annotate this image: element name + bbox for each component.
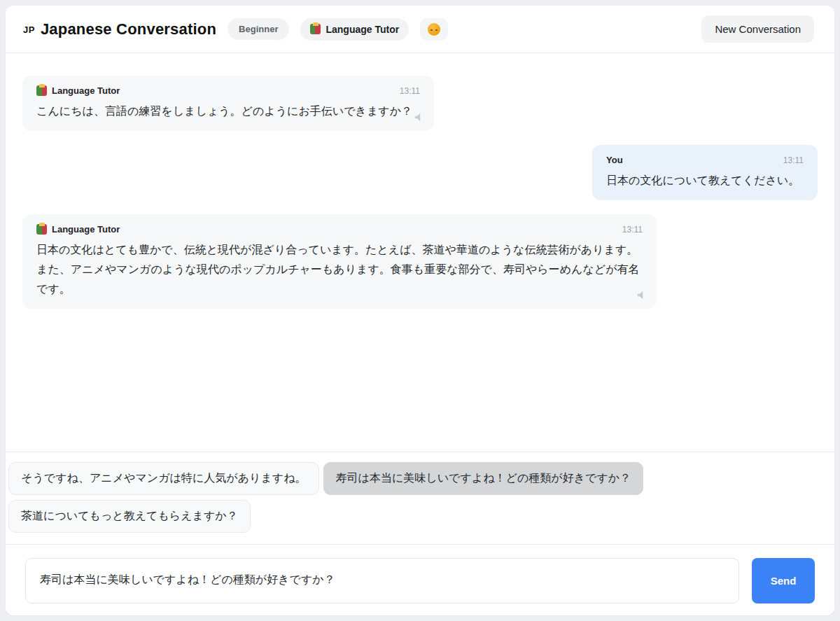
message-bubble-assistant: Language Tutor 13:11 こんにちは、言語の練習をしましょう。ど… bbox=[22, 76, 434, 131]
sender-name: Language Tutor bbox=[52, 224, 120, 235]
chat-area: Language Tutor 13:11 こんにちは、言語の練習をしましょう。ど… bbox=[6, 53, 834, 452]
message-text: こんにちは、言語の練習をしましょう。どのようにお手伝いできますか？ bbox=[36, 102, 420, 121]
message-bubble-assistant: Language Tutor 13:11 日本の文化はとても豊かで、伝統と現代が… bbox=[22, 214, 657, 309]
message-input[interactable]: 寿司は本当に美味しいですよね！どの種類が好きですか？ bbox=[25, 558, 739, 603]
message-time: 13:11 bbox=[783, 155, 804, 165]
suggestion-chip[interactable]: 茶道についてもっと教えてもらえますか？ bbox=[8, 500, 251, 533]
level-badge: Beginner bbox=[227, 18, 289, 40]
persona-badge-label: Language Tutor bbox=[326, 24, 399, 35]
japanese-dolls-emoji-icon bbox=[36, 85, 47, 96]
sender-name: Language Tutor bbox=[52, 85, 120, 96]
message-text: 日本の文化はとても豊かで、伝統と現代が混ざり合っています。たとえば、茶道や華道の… bbox=[36, 240, 643, 299]
title-group: JP Japanese Conversation bbox=[23, 20, 216, 39]
message-header: You 13:11 bbox=[606, 155, 804, 165]
message-header: Language Tutor 13:11 bbox=[36, 224, 643, 235]
message-header: Language Tutor 13:11 bbox=[36, 85, 420, 96]
message-time: 13:11 bbox=[622, 225, 643, 235]
app-card: JP Japanese Conversation Beginner Langua… bbox=[6, 6, 834, 615]
page-title: Japanese Conversation bbox=[41, 20, 216, 39]
message-time: 13:11 bbox=[400, 86, 420, 96]
persona-badge: Language Tutor bbox=[300, 18, 409, 41]
japanese-dolls-emoji-icon bbox=[36, 224, 47, 235]
suggestions-bar: そうですね、アニメやマンガは特に人気がありますね。 寿司は本当に美味しいですよね… bbox=[6, 452, 834, 544]
mood-emoji-button[interactable] bbox=[420, 18, 448, 41]
suggestion-chip[interactable]: そうですね、アニメやマンガは特に人気がありますね。 bbox=[8, 462, 319, 495]
message-bubble-user: You 13:11 日本の文化について教えてください。 bbox=[592, 145, 818, 200]
composer: 寿司は本当に美味しいですよね！どの種類が好きですか？ Send bbox=[6, 544, 834, 615]
send-button[interactable]: Send bbox=[752, 558, 815, 603]
japanese-dolls-emoji-icon bbox=[310, 24, 321, 34]
header: JP Japanese Conversation Beginner Langua… bbox=[6, 6, 834, 53]
sender-name: You bbox=[606, 155, 623, 165]
person-bowing-emoji-icon bbox=[428, 23, 440, 36]
speaker-icon[interactable] bbox=[636, 289, 648, 301]
new-conversation-button[interactable]: New Conversation bbox=[701, 15, 814, 43]
message-text: 日本の文化について教えてください。 bbox=[606, 171, 804, 190]
suggestion-chip-selected[interactable]: 寿司は本当に美味しいですよね！どの種類が好きですか？ bbox=[323, 462, 644, 495]
japan-flag-icon: JP bbox=[23, 25, 35, 35]
speaker-icon[interactable] bbox=[413, 111, 425, 123]
